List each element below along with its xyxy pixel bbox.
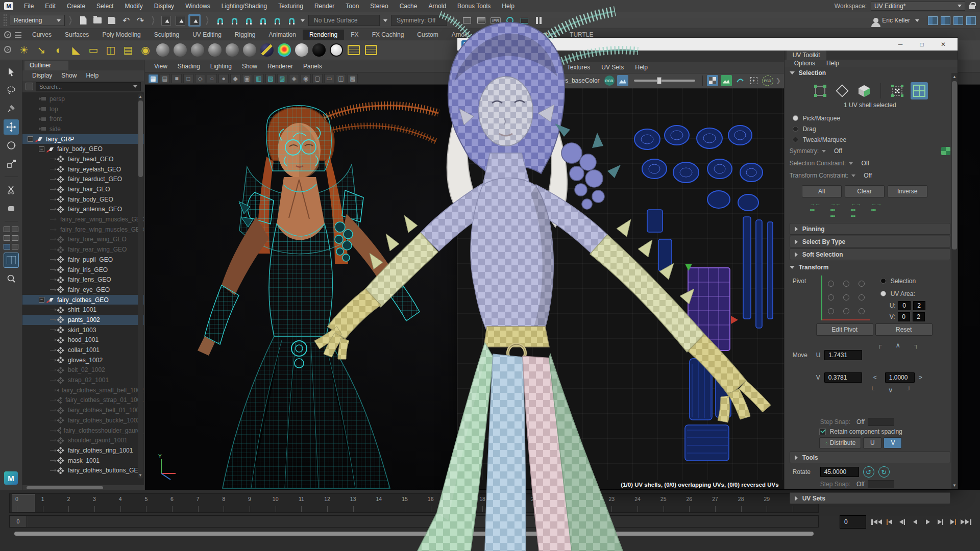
grab-uv-tool-icon[interactable] bbox=[4, 201, 19, 216]
range-slider[interactable]: 0 bbox=[9, 515, 819, 528]
texture-name[interactable]: fairy_clothes_baseColor bbox=[534, 77, 600, 84]
range-start-handle[interactable]: 0 bbox=[10, 516, 27, 527]
white-ring-icon[interactable] bbox=[329, 42, 344, 58]
nudge-down-right[interactable]: ┘ bbox=[906, 386, 911, 393]
grow-selection-icon[interactable]: →←▪▪▪▪▪▪ bbox=[830, 201, 841, 219]
outliner-item-fairy-clothes-buttons-geo[interactable]: fairy_clothes_buttons_GEO bbox=[22, 465, 144, 475]
outliner-tab[interactable]: Outliner bbox=[24, 61, 68, 70]
menu-texturing[interactable]: Texturing bbox=[273, 0, 309, 12]
viewport-toolbar-icon-1[interactable]: ▤ bbox=[160, 74, 170, 83]
filter-icon[interactable] bbox=[26, 83, 33, 90]
outliner-item-fairy-clothes-buckle-1002[interactable]: fairy_clothes_buckle_1002 bbox=[22, 415, 144, 425]
lock-icon[interactable] bbox=[969, 5, 975, 9]
viewport-toolbar-icon-2[interactable]: ■ bbox=[172, 74, 182, 83]
redo-icon[interactable]: ↷ bbox=[134, 14, 146, 27]
mode-radio-pick-marquee[interactable]: Pick/Marquee bbox=[790, 113, 950, 123]
scale-tool-icon[interactable] bbox=[4, 156, 19, 171]
snap-point-icon[interactable] bbox=[242, 14, 255, 27]
make-live-icon[interactable] bbox=[271, 14, 283, 27]
shading-group-icon[interactable]: ◉ bbox=[138, 42, 153, 58]
shelf-tab-rigging[interactable]: Rigging bbox=[228, 30, 262, 40]
uv-area-v-min-field[interactable]: 0 bbox=[898, 312, 910, 321]
gear-icon[interactable] bbox=[4, 46, 11, 53]
distribute-v-button[interactable]: V bbox=[884, 437, 902, 448]
light-editor-icon[interactable]: ▤ bbox=[120, 42, 136, 58]
outliner-item-fairy-clothes-geo[interactable]: −fairy_clothes_GEO bbox=[22, 295, 144, 305]
outliner-item-fairy-body-geo[interactable]: fairy_body_GEO bbox=[22, 194, 144, 205]
viewport-menu-show[interactable]: Show bbox=[237, 63, 262, 70]
outliner-item-gloves-1002[interactable]: gloves_1002 bbox=[22, 355, 144, 365]
mode-radio-drag[interactable]: Drag bbox=[790, 123, 950, 134]
outliner-item-fairy-tearduct-geo[interactable]: fairy_tearduct_GEO bbox=[22, 174, 144, 185]
uv-sets-section-header[interactable]: UV Sets bbox=[790, 492, 950, 504]
rgb-channels-icon[interactable]: RGB bbox=[604, 76, 615, 86]
outliner-menu-display[interactable]: Display bbox=[29, 72, 56, 79]
shadow-matte-icon[interactable] bbox=[311, 42, 327, 58]
outliner-item-fairy-iris-geo[interactable]: fairy_iris_GEO bbox=[22, 265, 144, 275]
lambert-icon[interactable] bbox=[190, 42, 205, 58]
nudge-right[interactable]: > bbox=[919, 374, 922, 381]
pivot-uv-area-radio[interactable]: UV Area: bbox=[877, 288, 925, 299]
uv-texture-icon[interactable] bbox=[721, 75, 732, 86]
select-object-icon[interactable] bbox=[174, 14, 186, 27]
outliner-hscrollbar[interactable] bbox=[22, 485, 144, 490]
menu-file[interactable]: File bbox=[18, 0, 39, 12]
chevron-down-icon[interactable] bbox=[301, 19, 305, 22]
ipr-render-icon[interactable]: IPR bbox=[489, 14, 502, 27]
nudge-down[interactable]: ∨ bbox=[888, 386, 893, 394]
maximize-icon[interactable]: □ bbox=[912, 39, 932, 49]
outliner-menu-show[interactable]: Show bbox=[58, 72, 80, 79]
render-frame-icon[interactable] bbox=[475, 14, 487, 27]
viewport-toolbar-icon-3[interactable]: □ bbox=[183, 74, 193, 83]
uv-menu-edit[interactable]: Edit bbox=[461, 64, 483, 71]
symmetry-row[interactable]: Symmetry: Off bbox=[790, 145, 950, 157]
uv-menu-help[interactable]: Help bbox=[629, 64, 653, 71]
vertex-icon[interactable] bbox=[812, 82, 829, 99]
undo-icon[interactable]: ↶ bbox=[120, 14, 132, 27]
layout-four-view-icon[interactable] bbox=[941, 16, 950, 25]
outliner-item-fairy-hair-geo[interactable]: fairy_hair_GEO bbox=[22, 184, 144, 194]
menu-arnold[interactable]: Arnold bbox=[423, 0, 452, 12]
expand-toggle-icon[interactable]: − bbox=[39, 146, 44, 152]
drag-grip[interactable] bbox=[3, 14, 8, 27]
outliner-item-fairy-body-geo[interactable]: −fairy_body_GEO bbox=[22, 144, 144, 154]
outliner-item-pants-1002[interactable]: pants_1002 bbox=[22, 315, 144, 325]
select-all-button[interactable]: All bbox=[802, 185, 842, 197]
nudge-down-left[interactable]: └ bbox=[870, 386, 874, 393]
menu-display[interactable]: Display bbox=[149, 0, 180, 12]
uv-menu-uv-sets[interactable]: UV Sets bbox=[596, 64, 629, 71]
outliner-item-shoulder-gaurd-1001[interactable]: shoulder_gaurd_1001 bbox=[22, 435, 144, 445]
select-border-icon[interactable]: ←→▪▪▪ bbox=[871, 201, 881, 219]
image-on-icon[interactable] bbox=[617, 75, 628, 86]
menu-cache[interactable]: Cache bbox=[394, 0, 423, 12]
uv-menu-textures[interactable]: Textures bbox=[561, 64, 596, 71]
outliner-item-persp[interactable]: persp bbox=[22, 94, 144, 104]
nudge-up-right[interactable]: ┐ bbox=[914, 341, 919, 348]
menu-create[interactable]: Create bbox=[61, 0, 91, 12]
rotate-step-snap-row[interactable]: Step Snap: Off bbox=[820, 480, 950, 488]
select-hierarchy-icon[interactable] bbox=[160, 14, 172, 27]
outliner-item-fairy-eye-geo[interactable]: fairy_eye_GEO bbox=[22, 285, 144, 295]
go-to-end-icon[interactable] bbox=[960, 515, 972, 529]
shelf-tab-fx[interactable]: FX bbox=[344, 30, 365, 40]
play-backward-icon[interactable] bbox=[909, 515, 921, 529]
pivot-position-grid[interactable] bbox=[821, 276, 870, 320]
spot-light-icon[interactable]: ◣ bbox=[68, 42, 84, 58]
photoshop-icon[interactable]: PSD bbox=[762, 76, 773, 86]
area-light-icon[interactable]: ▭ bbox=[86, 42, 101, 58]
viewport-toolbar-icon-13[interactable]: ◉ bbox=[301, 74, 311, 83]
layout-hypershade-icon[interactable] bbox=[966, 16, 976, 25]
layout-uv-persp-icon[interactable] bbox=[953, 16, 963, 25]
reset-pivot-button[interactable]: Reset bbox=[875, 323, 933, 336]
uv-snapshot-icon[interactable] bbox=[734, 75, 746, 86]
menuset-dropdown[interactable]: Rendering bbox=[10, 15, 65, 26]
symmetry-field[interactable]: Symmetry: Off bbox=[391, 15, 447, 26]
shelf-tab-surfaces[interactable]: Surfaces bbox=[58, 30, 95, 40]
workspace-dropdown[interactable]: UV Editing* bbox=[871, 2, 965, 11]
viewport-toolbar-icon-16[interactable]: ◫ bbox=[336, 74, 346, 83]
mode-radio-tweak-marquee[interactable]: Tweak/Marquee bbox=[790, 134, 950, 145]
lasso-tool-icon[interactable] bbox=[4, 83, 19, 98]
viewport-toolbar-icon-0[interactable]: ▦ bbox=[148, 74, 158, 83]
viewport-toolbar-icon-14[interactable]: ▢ bbox=[312, 74, 323, 83]
uv-menu-image[interactable]: Image bbox=[533, 64, 561, 71]
